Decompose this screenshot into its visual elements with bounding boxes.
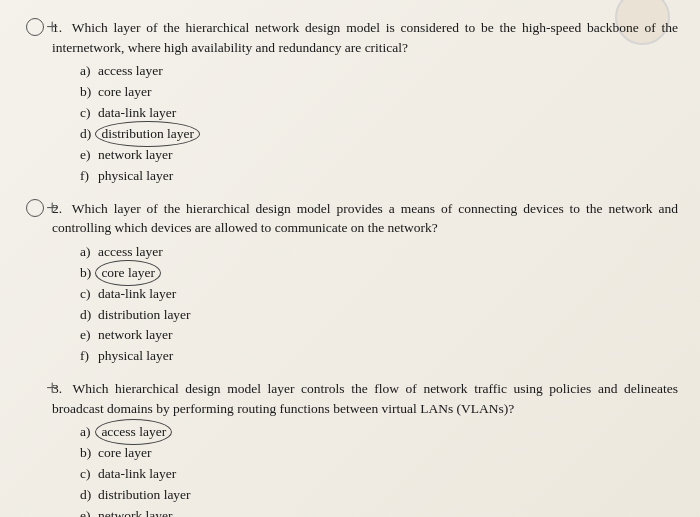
q2-option-a: a)access layer bbox=[80, 242, 678, 263]
q2-label-e: e) bbox=[80, 325, 98, 346]
q3-option-d: d)distribution layer bbox=[80, 485, 678, 506]
q1-options: a)access layer b)core layer c)data-link … bbox=[28, 61, 678, 187]
q2-option-b: b) core layer bbox=[80, 263, 678, 284]
q1-text-f: physical layer bbox=[98, 168, 173, 183]
q2-option-c: c)data-link layer bbox=[80, 284, 678, 305]
q2-option-f: f)physical layer bbox=[80, 346, 678, 367]
q2-text-b: core layer bbox=[101, 263, 155, 284]
q3-text-b: core layer bbox=[98, 445, 152, 460]
q3-text-c: data-link layer bbox=[98, 466, 176, 481]
q2-text-c: data-link layer bbox=[98, 286, 176, 301]
q1-option-a: a)access layer bbox=[80, 61, 678, 82]
q3-label-b: b) bbox=[80, 443, 98, 464]
q2-text: 2. Which layer of the hierarchical desig… bbox=[30, 199, 678, 238]
q1-option-c: c)data-link layer bbox=[80, 103, 678, 124]
q2-body: Which layer of the hierarchical design m… bbox=[52, 201, 678, 236]
q2-option-e: e)network layer bbox=[80, 325, 678, 346]
q2-circle-annotation bbox=[26, 199, 44, 217]
question-1: + 1. Which layer of the hierarchical net… bbox=[28, 18, 678, 187]
q1-slash-mark: + bbox=[46, 16, 58, 38]
q2-text-f: physical layer bbox=[98, 348, 173, 363]
q3-label-c: c) bbox=[80, 464, 98, 485]
q1-label-f: f) bbox=[80, 166, 98, 187]
q1-option-e: e)network layer bbox=[80, 145, 678, 166]
q1-label-e: e) bbox=[80, 145, 98, 166]
q3-body: Which hierarchical design model layer co… bbox=[52, 381, 678, 416]
q2-label-d: d) bbox=[80, 305, 98, 326]
q2-text-a: access layer bbox=[98, 244, 163, 259]
q3-text-d: distribution layer bbox=[98, 487, 191, 502]
q1-label-b: b) bbox=[80, 82, 98, 103]
q1-label-c: c) bbox=[80, 103, 98, 124]
q1-body: Which layer of the hierarchical network … bbox=[52, 20, 678, 55]
q2-label-f: f) bbox=[80, 346, 98, 367]
q1-text: 1. Which layer of the hierarchical netwo… bbox=[30, 18, 678, 57]
q1-text-d: distribution layer bbox=[101, 124, 194, 145]
q3-label-d: d) bbox=[80, 485, 98, 506]
q3-option-a: a) access layer bbox=[80, 422, 678, 443]
q3-option-b: b)core layer bbox=[80, 443, 678, 464]
q3-option-c: c)data-link layer bbox=[80, 464, 678, 485]
q3-text-a: access layer bbox=[101, 422, 166, 443]
q1-label-a: a) bbox=[80, 61, 98, 82]
q2-text-d: distribution layer bbox=[98, 307, 191, 322]
q2-slash-mark: + bbox=[46, 197, 58, 219]
q1-option-d: d) distribution layer bbox=[80, 124, 678, 145]
q1-option-b: b)core layer bbox=[80, 82, 678, 103]
page: + 1. Which layer of the hierarchical net… bbox=[0, 0, 700, 517]
question-3: + 3. Which hierarchical design model lay… bbox=[28, 379, 678, 517]
q1-text-a: access layer bbox=[98, 63, 163, 78]
question-2: + 2. Which layer of the hierarchical des… bbox=[28, 199, 678, 368]
q3-label-e: e) bbox=[80, 506, 98, 517]
q1-text-c: data-link layer bbox=[98, 105, 176, 120]
q1-circle-annotation bbox=[26, 18, 44, 36]
q3-option-e: e)network layer bbox=[80, 506, 678, 517]
q1-option-f: f)physical layer bbox=[80, 166, 678, 187]
q2-label-c: c) bbox=[80, 284, 98, 305]
q1-text-e: network layer bbox=[98, 147, 173, 162]
q3-options: a) access layer b)core layer c)data-link… bbox=[28, 422, 678, 517]
q2-label-a: a) bbox=[80, 242, 98, 263]
q2-text-e: network layer bbox=[98, 327, 173, 342]
q3-text-e: network layer bbox=[98, 508, 173, 517]
q3-text: 3. Which hierarchical design model layer… bbox=[30, 379, 678, 418]
q2-option-d: d)distribution layer bbox=[80, 305, 678, 326]
q1-text-b: core layer bbox=[98, 84, 152, 99]
q2-options: a)access layer b) core layer c)data-link… bbox=[28, 242, 678, 368]
q3-slash-mark: + bbox=[46, 377, 58, 399]
